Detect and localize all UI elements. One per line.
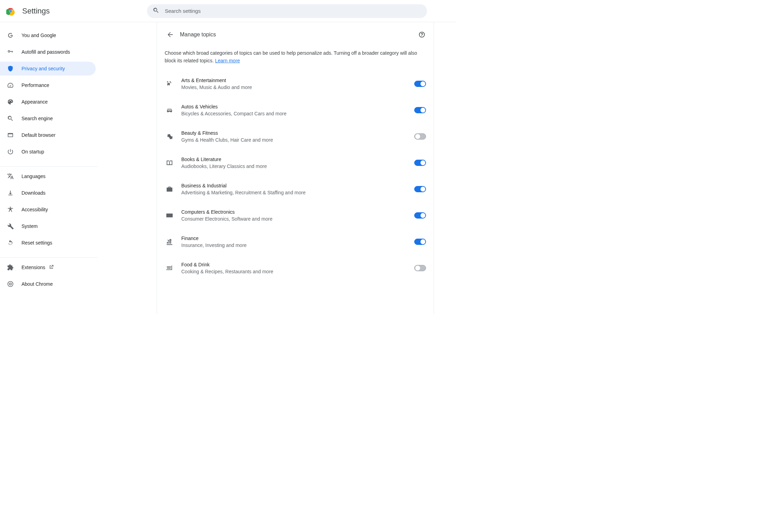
palette-icon (7, 98, 14, 105)
google-icon (7, 32, 14, 39)
power-icon (7, 148, 14, 155)
sidebar-item-autofill[interactable]: Autofill and passwords (0, 45, 96, 59)
topic-row-autos: Autos & VehiclesBicycles & Accessories, … (165, 97, 426, 123)
topic-title: Arts & Entertainment (181, 78, 414, 83)
search-settings-box[interactable] (147, 4, 427, 18)
topic-title: Food & Drink (181, 262, 414, 267)
sidebar-item-label: Privacy and security (21, 66, 65, 71)
fitness-icon (165, 133, 174, 140)
nav-divider (0, 166, 98, 167)
nav-divider (0, 257, 98, 258)
topic-row-beauty: Beauty & FitnessGyms & Health Clubs, Hai… (165, 123, 426, 150)
topic-subtitle: Movies, Music & Audio and more (181, 85, 414, 90)
topic-row-books: Books & LiteratureAudiobooks, Literary C… (165, 150, 426, 176)
sidebar-item-search-engine[interactable]: Search engine (0, 112, 96, 125)
sidebar-item-label: Accessibility (21, 207, 48, 212)
topic-toggle-beauty[interactable] (414, 133, 426, 140)
shield-icon (7, 65, 14, 72)
search-icon (7, 115, 14, 122)
topic-toggle-autos[interactable] (414, 107, 426, 113)
topic-row-computers: Computers & ElectronicsConsumer Electron… (165, 202, 426, 229)
search-icon (153, 7, 164, 15)
help-button[interactable] (418, 30, 426, 39)
keyboard-icon (165, 212, 174, 219)
sidebar-item-privacy[interactable]: Privacy and security (0, 62, 96, 76)
browser-icon (7, 132, 14, 139)
topic-row-finance: FinanceInsurance, Investing and more (165, 229, 426, 255)
topic-subtitle: Insurance, Investing and more (181, 242, 414, 248)
sidebar-item-label: Default browser (21, 132, 55, 138)
sidebar-item-label: System (21, 223, 38, 229)
sidebar-item-label: Reset settings (21, 240, 52, 246)
sidebar: You and GoogleAutofill and passwordsPriv… (0, 22, 98, 314)
car-icon (165, 106, 174, 114)
sidebar-item-label: Autofill and passwords (21, 49, 70, 55)
intro-text: Choose which broad categories of topics … (165, 50, 417, 63)
key-icon (7, 48, 14, 55)
svg-point-7 (10, 10, 12, 12)
topic-toggle-business[interactable] (414, 186, 426, 192)
translate-icon (7, 173, 14, 180)
content-page: Manage topics Choose which broad categor… (157, 22, 434, 314)
topic-title: Beauty & Fitness (181, 130, 414, 136)
book-icon (165, 159, 174, 167)
sidebar-item-label: Search engine (21, 116, 53, 121)
app-title: Settings (22, 7, 50, 16)
topic-row-arts: Arts & EntertainmentMovies, Music & Audi… (165, 71, 426, 97)
sidebar-item-performance[interactable]: Performance (0, 78, 96, 92)
sidebar-item-languages[interactable]: Languages (0, 169, 96, 183)
sidebar-item-label: About Chrome (21, 281, 53, 287)
topic-subtitle: Gyms & Health Clubs, Hair Care and more (181, 137, 414, 143)
reset-icon (7, 239, 14, 246)
topic-toggle-arts[interactable] (414, 81, 426, 87)
topic-title: Books & Literature (181, 157, 414, 162)
topic-title: Finance (181, 236, 414, 241)
chrome-logo-icon (6, 7, 15, 16)
finance-icon (165, 238, 174, 246)
sidebar-item-label: You and Google (21, 33, 56, 38)
sidebar-item-label: Downloads (21, 190, 45, 196)
extension-icon (7, 264, 14, 271)
sidebar-item-default-browser[interactable]: Default browser (0, 128, 96, 142)
speed-icon (7, 82, 14, 89)
back-button[interactable] (165, 29, 176, 40)
sidebar-item-extensions[interactable]: Extensions (0, 260, 96, 274)
sidebar-item-on-startup[interactable]: On startup (0, 145, 96, 159)
page-title: Manage topics (180, 32, 216, 38)
search-settings-input[interactable] (164, 8, 422, 14)
topic-title: Autos & Vehicles (181, 104, 414, 109)
page-intro: Choose which broad categories of topics … (157, 40, 434, 68)
topic-subtitle: Consumer Electronics, Software and more (181, 216, 414, 222)
topic-subtitle: Cooking & Recipes, Restaurants and more (181, 269, 414, 274)
sidebar-item-label: Performance (21, 82, 49, 88)
briefcase-icon (165, 185, 174, 193)
topic-row-food: Food & DrinkCooking & Recipes, Restauran… (165, 255, 426, 281)
sidebar-item-accessibility[interactable]: Accessibility (0, 203, 96, 216)
topic-toggle-books[interactable] (414, 160, 426, 166)
topic-toggle-finance[interactable] (414, 239, 426, 245)
sidebar-item-label: On startup (21, 149, 44, 154)
topic-subtitle: Advertising & Marketing, Recruitment & S… (181, 190, 414, 195)
build-icon (7, 223, 14, 230)
chrome-icon (7, 281, 14, 287)
topic-subtitle: Audiobooks, Literary Classics and more (181, 163, 414, 169)
sidebar-item-system[interactable]: System (0, 219, 96, 233)
open-external-icon (49, 264, 54, 271)
topic-subtitle: Bicycles & Accessories, Compact Cars and… (181, 111, 414, 116)
topic-title: Computers & Electronics (181, 209, 414, 215)
download-icon (7, 189, 14, 196)
food-icon (165, 264, 174, 272)
accessibility-icon (7, 206, 14, 213)
sidebar-item-downloads[interactable]: Downloads (0, 186, 96, 200)
sidebar-item-reset[interactable]: Reset settings (0, 236, 96, 250)
topic-toggle-computers[interactable] (414, 212, 426, 219)
sidebar-item-label: Appearance (21, 99, 48, 105)
sidebar-item-about[interactable]: About Chrome (0, 277, 96, 291)
sidebar-item-you-and-google[interactable]: You and Google (0, 28, 96, 42)
sidebar-item-label: Extensions (21, 265, 45, 270)
learn-more-link[interactable]: Learn more (215, 58, 240, 63)
topic-toggle-food[interactable] (414, 265, 426, 271)
sidebar-item-appearance[interactable]: Appearance (0, 95, 96, 109)
topic-row-business: Business & IndustrialAdvertising & Marke… (165, 176, 426, 202)
topic-title: Business & Industrial (181, 183, 414, 188)
